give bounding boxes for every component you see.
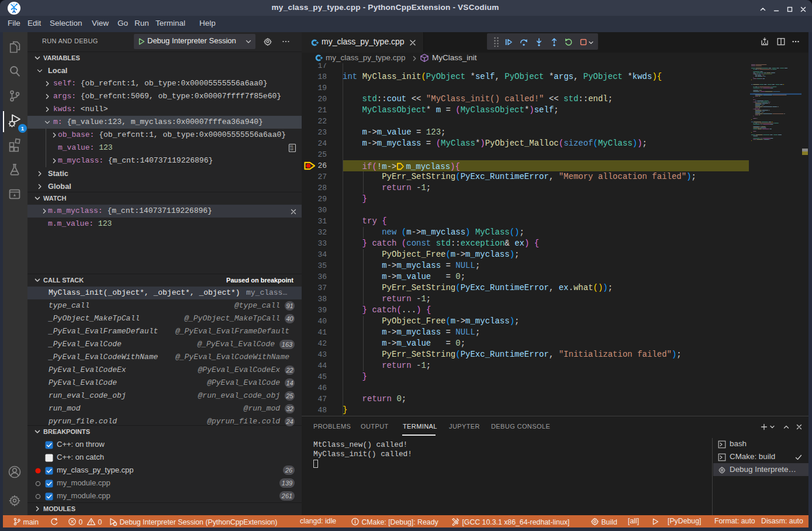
svg-text:10: 10	[290, 148, 293, 151]
